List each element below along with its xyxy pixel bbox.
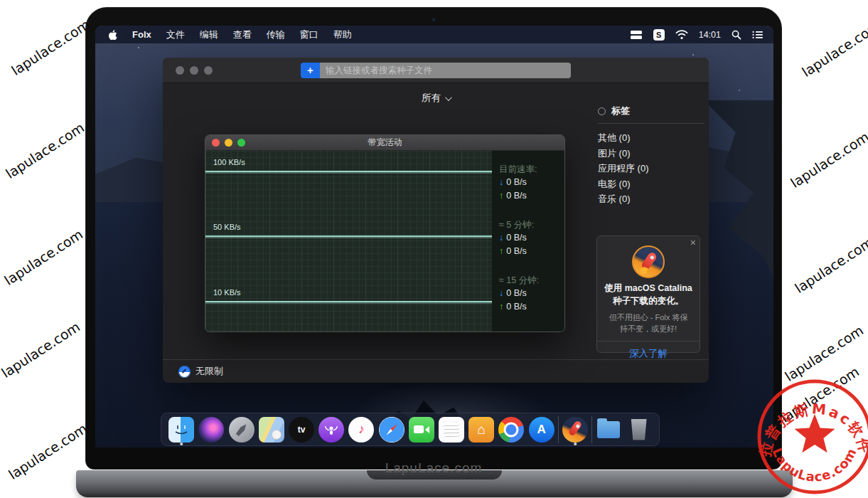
home-icon: ⌂ — [468, 417, 494, 443]
learn-more-link[interactable]: 深入了解 — [597, 341, 700, 360]
bandwidth-title-bar[interactable]: 带宽活动 — [205, 135, 564, 151]
menu-app-name[interactable]: Folx — [132, 29, 151, 40]
dock-item-facetime[interactable] — [408, 414, 435, 445]
spotlight-search-icon[interactable] — [732, 30, 741, 40]
gridline-50 — [205, 235, 492, 237]
promo-card: × 使用 macOS Catalina 种子下载的变化。 但不用担心 - Fol… — [596, 235, 700, 353]
add-task-button[interactable]: + — [301, 63, 320, 78]
tag-pictures[interactable]: 图片 (0) — [598, 146, 704, 161]
radio-icon — [598, 107, 606, 115]
promo-title-line1: 使用 macOS Catalina — [597, 282, 700, 295]
dock-item-finder[interactable] — [168, 414, 195, 445]
bandwidth-window: 带宽活动 100 KB/s 50 KB/s 10 KB/s — [205, 134, 565, 332]
upload-rate-value: 0 B/s — [506, 245, 527, 258]
laptop-frame: Folx 文件 编辑 查看 传输 窗口 帮助 S — [85, 7, 782, 470]
axis-label-10: 10 KB/s — [213, 288, 241, 297]
zoom-window-button[interactable] — [204, 66, 213, 75]
notes-icon — [439, 417, 464, 443]
folx-status-bar: 无限制 — [163, 359, 709, 383]
bezel-watermark: LapuLace.com — [86, 460, 781, 476]
downloads-folder-icon — [596, 417, 621, 443]
tag-applications[interactable]: 应用程序 (0) — [598, 161, 704, 176]
search-bar: + — [301, 63, 571, 78]
finder-icon — [168, 417, 194, 443]
close-icon[interactable]: × — [690, 237, 696, 248]
gridline-100 — [205, 171, 492, 172]
dock-item-app-store[interactable]: A — [528, 414, 555, 445]
tag-music[interactable]: 音乐 (0) — [598, 191, 704, 207]
tag-other[interactable]: 其他 (0) — [598, 130, 704, 146]
axis-label-50: 50 KB/s — [213, 223, 241, 231]
dock-separator — [591, 416, 592, 443]
filter-dropdown[interactable]: 所有 — [422, 92, 450, 105]
axis-label-100: 100 KB/s — [213, 158, 245, 166]
wifi-icon[interactable] — [675, 30, 688, 40]
promo-title-line2: 种子下载的变化。 — [597, 295, 700, 308]
close-window-button[interactable] — [176, 66, 184, 75]
dock-item-notes[interactable] — [438, 414, 465, 445]
page: { "watermark": { "text": "lapulace.com" … — [0, 0, 868, 498]
dock-item-downloads[interactable] — [595, 414, 622, 445]
dock-item-siri[interactable] — [198, 414, 225, 445]
menu-list-icon[interactable] — [752, 31, 763, 39]
upload-rate-value: 0 B/s — [506, 300, 527, 314]
site-stamp: 拉普拉斯Mac软件 LapuLace.com — [752, 376, 868, 498]
tag-movies[interactable]: 电影 (0) — [598, 176, 704, 192]
promo-body-line1: 但不用担心 - Folx 将保 — [597, 312, 700, 324]
folx-app-icon — [632, 245, 665, 278]
watermark: lapulace.com — [1, 226, 85, 288]
filter-label: 所有 — [422, 92, 441, 105]
siri-icon — [198, 417, 224, 443]
menu-bar-clock[interactable]: 14:01 — [699, 30, 721, 40]
download-rate-value: 0 B/s — [506, 176, 527, 189]
dock-item-trash[interactable] — [626, 414, 653, 445]
minimize-window-button[interactable] — [190, 66, 198, 75]
menu-window[interactable]: 窗口 — [300, 28, 318, 41]
s-app-status-icon[interactable]: S — [653, 29, 665, 41]
dock-item-launchpad[interactable] — [228, 414, 255, 445]
dock: tv ♪ ⌂ A — [161, 413, 660, 446]
running-indicator — [180, 443, 183, 445]
running-indicator — [574, 443, 577, 445]
dock-item-podcasts[interactable] — [318, 414, 345, 445]
dock-item-home[interactable]: ⌂ — [468, 414, 495, 445]
disk-stack-icon[interactable] — [630, 30, 643, 40]
current-rate-group: 目前速率: ↓0 B/s ↑0 B/s — [499, 164, 564, 203]
menu-file[interactable]: 文件 — [166, 28, 185, 41]
menu-view[interactable]: 查看 — [233, 28, 252, 41]
watermark: lapulace.com — [788, 129, 868, 191]
up-arrow-icon: ↑ — [499, 245, 503, 258]
dock-item-folx[interactable] — [562, 414, 589, 445]
dock-item-apple-tv[interactable]: tv — [288, 414, 315, 445]
speed-limit-label: 无限制 — [195, 365, 223, 378]
dock-item-music[interactable]: ♪ — [348, 414, 375, 445]
fifteen-min-label: ≈ 15 分钟: — [499, 275, 564, 287]
menu-transfer[interactable]: 传输 — [267, 28, 285, 41]
watermark: lapulace.com — [799, 18, 868, 80]
search-input[interactable] — [320, 63, 571, 78]
up-arrow-icon: ↑ — [499, 300, 503, 314]
stars — [95, 26, 97, 27]
house-glyph: ⌂ — [477, 422, 485, 438]
chevron-down-icon — [445, 94, 452, 101]
download-rate-value: 0 B/s — [506, 287, 527, 300]
dock-item-safari[interactable] — [378, 414, 405, 445]
dock-item-chrome[interactable] — [498, 414, 525, 445]
svg-text:LapuLace.com: LapuLace.com — [769, 445, 859, 484]
menu-edit[interactable]: 编辑 — [200, 28, 218, 41]
flame-icon — [639, 266, 648, 276]
fifteen-min-group: ≈ 15 分钟: ↓0 B/s ↑0 B/s — [499, 275, 564, 314]
watermark: lapulace.com — [0, 319, 82, 381]
upload-rate-value: 0 B/s — [506, 189, 527, 203]
download-rate-value: 0 B/s — [506, 231, 527, 245]
app-store-icon: A — [529, 417, 554, 443]
dock-item-maps[interactable] — [258, 414, 285, 445]
down-arrow-icon: ↓ — [499, 287, 503, 300]
speed-limit-icon[interactable] — [178, 366, 191, 378]
tags-header[interactable]: 标签 — [598, 105, 704, 124]
down-arrow-icon: ↓ — [499, 176, 503, 189]
watermark: lapulace.com — [3, 120, 87, 181]
chrome-icon — [498, 417, 524, 443]
menu-help[interactable]: 帮助 — [333, 28, 352, 41]
apple-logo-icon[interactable] — [108, 29, 117, 40]
